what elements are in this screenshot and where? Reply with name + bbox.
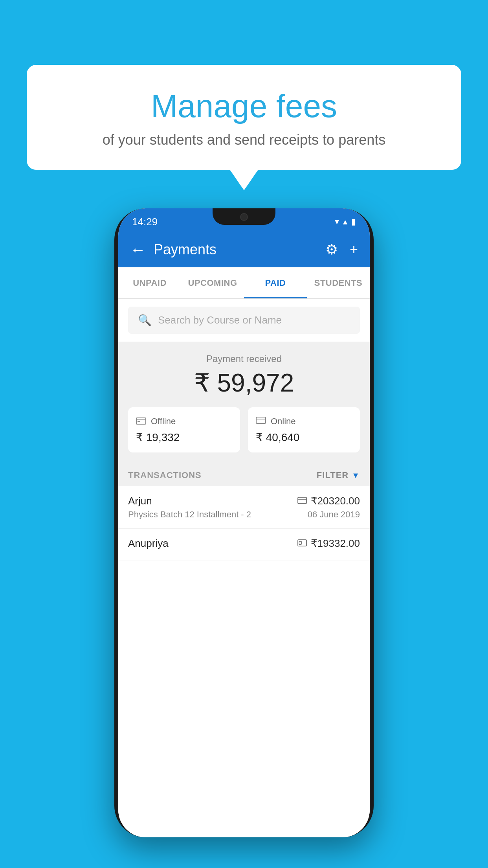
tabs-bar: UNPAID UPCOMING PAID STUDENTS xyxy=(118,267,370,299)
tab-paid[interactable]: PAID xyxy=(244,267,307,298)
phone-body: 14:29 ▾ ▴ ▮ ← Payments ⚙ + UNPAID xyxy=(114,208,374,837)
battery-icon: ▮ xyxy=(351,217,356,227)
offline-label: Offline xyxy=(151,416,176,427)
transaction-amount-arjun: ₹20320.00 xyxy=(311,495,360,507)
settings-icon[interactable]: ⚙ xyxy=(325,241,338,258)
online-label: Online xyxy=(271,416,296,427)
search-icon: 🔍 xyxy=(138,314,152,327)
add-icon[interactable]: + xyxy=(350,241,358,258)
offline-card: Offline ₹ 19,332 xyxy=(128,407,240,452)
transaction-amount-row-arjun: ₹20320.00 xyxy=(297,495,360,507)
transaction-row1-anupriya: Anupriya ₹19332.00 xyxy=(128,537,360,550)
transaction-row1-arjun: Arjun ₹20320.00 xyxy=(128,495,360,507)
transactions-label: TRANSACTIONS xyxy=(128,470,202,480)
svg-rect-3 xyxy=(256,417,266,423)
payment-total-amount: ₹ 59,972 xyxy=(128,368,360,397)
search-container: 🔍 Search by Course or Name xyxy=(118,299,370,342)
transaction-list: Arjun ₹20320.00 Physics xyxy=(118,486,370,837)
transaction-name-anupriya: Anupriya xyxy=(128,537,169,550)
svg-rect-5 xyxy=(298,497,306,504)
offline-icon xyxy=(136,416,146,427)
search-input-wrapper[interactable]: 🔍 Search by Course or Name xyxy=(128,307,360,334)
online-amount: ₹ 40,640 xyxy=(256,431,352,444)
phone-mockup: 14:29 ▾ ▴ ▮ ← Payments ⚙ + UNPAID xyxy=(114,208,374,837)
speech-bubble-container: Manage fees of your students and send re… xyxy=(27,65,461,170)
bubble-title: Manage fees xyxy=(50,88,438,124)
app-bar: ← Payments ⚙ + xyxy=(118,232,370,267)
tab-unpaid[interactable]: UNPAID xyxy=(118,267,181,298)
filter-label: FILTER xyxy=(317,470,349,480)
payment-received-label: Payment received xyxy=(128,353,360,364)
app-bar-actions: ⚙ + xyxy=(325,241,358,258)
search-placeholder-text: Search by Course or Name xyxy=(158,314,282,326)
transaction-cash-icon-anupriya xyxy=(297,539,307,549)
online-card: Online ₹ 40,640 xyxy=(248,407,360,452)
offline-amount: ₹ 19,332 xyxy=(136,431,232,444)
tab-students[interactable]: STUDENTS xyxy=(307,267,370,298)
payment-cards: Offline ₹ 19,332 Online xyxy=(128,407,360,452)
offline-card-header: Offline xyxy=(136,416,232,427)
transactions-header: TRANSACTIONS FILTER ▼ xyxy=(118,462,370,486)
phone-notch xyxy=(213,208,275,225)
tab-upcoming[interactable]: UPCOMING xyxy=(181,267,244,298)
transaction-item-arjun[interactable]: Arjun ₹20320.00 Physics xyxy=(118,486,370,529)
back-button[interactable]: ← xyxy=(130,241,146,259)
wifi-icon: ▾ xyxy=(335,217,339,227)
filter-icon: ▼ xyxy=(352,471,360,480)
transaction-card-icon-arjun xyxy=(297,496,307,506)
filter-button[interactable]: FILTER ▼ xyxy=(317,470,360,480)
transaction-amount-row-anupriya: ₹19332.00 xyxy=(297,537,360,550)
transaction-name-arjun: Arjun xyxy=(128,495,152,507)
status-time: 14:29 xyxy=(132,216,158,228)
transaction-date-arjun: 06 June 2019 xyxy=(308,509,360,520)
speech-bubble: Manage fees of your students and send re… xyxy=(27,65,461,170)
transaction-item-anupriya[interactable]: Anupriya ₹19332.00 xyxy=(118,529,370,561)
status-icons: ▾ ▴ ▮ xyxy=(335,217,356,227)
signal-icon: ▴ xyxy=(343,217,347,227)
svg-rect-8 xyxy=(299,541,301,544)
phone-camera xyxy=(240,213,248,221)
transaction-course-arjun: Physics Batch 12 Installment - 2 xyxy=(128,509,251,520)
app-bar-title: Payments xyxy=(154,241,325,258)
payment-summary: Payment received ₹ 59,972 xyxy=(118,342,370,462)
svg-rect-0 xyxy=(136,418,146,424)
online-card-header: Online xyxy=(256,416,352,427)
phone-screen: 14:29 ▾ ▴ ▮ ← Payments ⚙ + UNPAID xyxy=(118,208,370,837)
svg-rect-2 xyxy=(138,421,140,422)
bubble-subtitle: of your students and send receipts to pa… xyxy=(50,132,438,148)
transaction-row2-arjun: Physics Batch 12 Installment - 2 06 June… xyxy=(128,509,360,520)
online-icon xyxy=(256,416,266,427)
transaction-amount-anupriya: ₹19332.00 xyxy=(311,537,360,550)
